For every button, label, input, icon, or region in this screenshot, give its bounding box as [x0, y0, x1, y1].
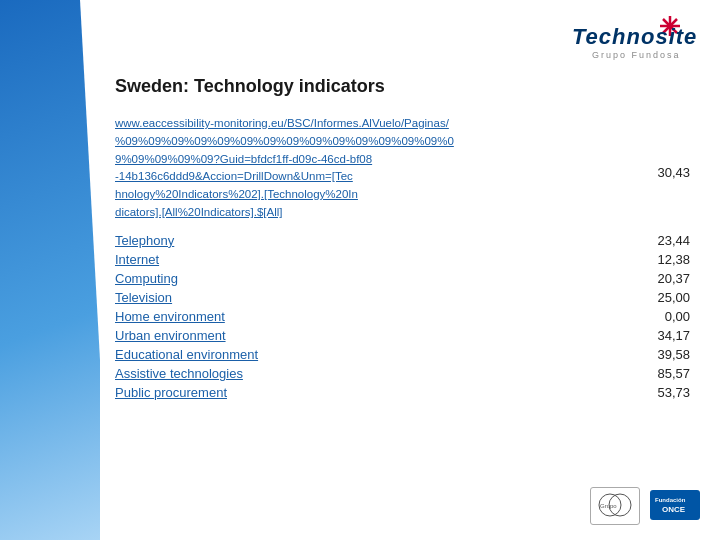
indicator-row: Telephony23,44	[115, 232, 690, 249]
indicator-label[interactable]: Assistive technologies	[115, 366, 630, 381]
indicator-row: Internet12,38	[115, 251, 690, 268]
indicator-value: 12,38	[630, 252, 690, 267]
indicator-label[interactable]: Home environment	[115, 309, 630, 324]
indicator-value: 39,58	[630, 347, 690, 362]
main-indicator-value: 30,43	[657, 165, 690, 180]
indicator-value: 25,00	[630, 290, 690, 305]
indicator-row: Assistive technologies85,57	[115, 365, 690, 382]
main-link[interactable]: www.eaccessibility-monitoring.eu/BSC/Inf…	[115, 115, 595, 222]
indicator-label[interactable]: Educational environment	[115, 347, 630, 362]
svg-text:Fundación: Fundación	[655, 497, 686, 503]
svg-text:Grupo: Grupo	[600, 503, 617, 509]
indicator-label[interactable]: Urban environment	[115, 328, 630, 343]
svg-text:ONCE: ONCE	[662, 505, 686, 514]
indicator-row: Public procurement53,73	[115, 384, 690, 401]
indicator-label[interactable]: Public procurement	[115, 385, 630, 400]
indicator-value: 23,44	[630, 233, 690, 248]
indicator-label[interactable]: Computing	[115, 271, 630, 286]
indicator-value: 20,37	[630, 271, 690, 286]
grupo-logo: Grupo	[590, 487, 640, 525]
indicator-value: 34,17	[630, 328, 690, 343]
indicators-section: Telephony23,44 Internet12,38 Computing20…	[115, 232, 690, 401]
indicator-label[interactable]: Internet	[115, 252, 630, 267]
indicator-value: 0,00	[630, 309, 690, 324]
indicator-row: Urban environment34,17	[115, 327, 690, 344]
footer-logos: Grupo Fundación ONCE	[590, 487, 700, 525]
indicator-label[interactable]: Television	[115, 290, 630, 305]
indicator-value: 53,73	[630, 385, 690, 400]
indicator-row: Television25,00	[115, 289, 690, 306]
indicator-row: Computing20,37	[115, 270, 690, 287]
fundacion-once-logo: Fundación ONCE	[650, 490, 700, 523]
page-title: Sweden: Technology indicators	[115, 76, 690, 97]
indicator-row: Educational environment39,58	[115, 346, 690, 363]
indicator-label[interactable]: Telephony	[115, 233, 630, 248]
indicator-row: Home environment0,00	[115, 308, 690, 325]
indicator-value: 85,57	[630, 366, 690, 381]
